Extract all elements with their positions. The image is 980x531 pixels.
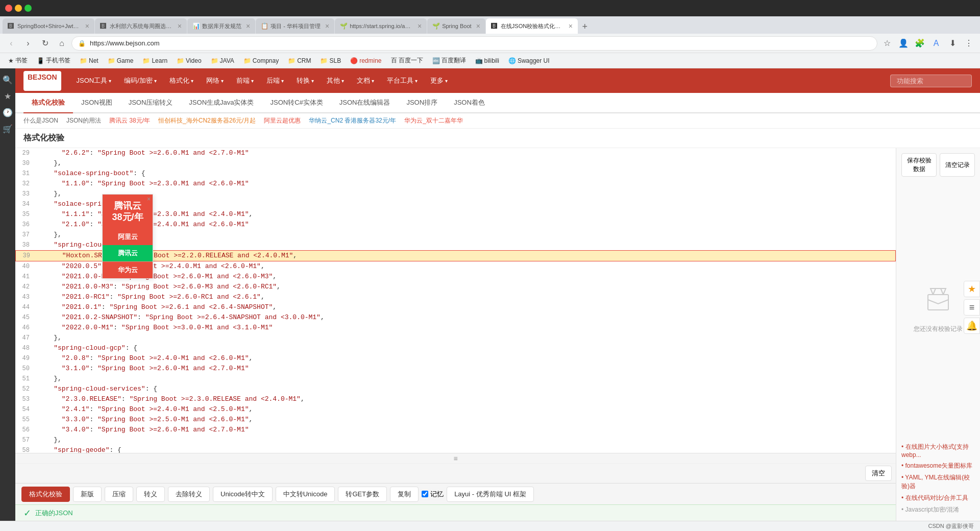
bookmark-company[interactable]: 📁 Compnay xyxy=(239,56,283,65)
nav-backend[interactable]: 后端 ▾ xyxy=(261,74,289,87)
huawei-ad-btn[interactable]: 华为云 xyxy=(103,261,153,278)
bookmark-swagger[interactable]: 🌐 Swagger UI xyxy=(504,56,554,65)
home-btn[interactable]: ⌂ xyxy=(55,36,69,51)
new-tab-btn[interactable]: + xyxy=(578,19,592,34)
tab-2[interactable]: 🅱 水利部六系统每周圈选问题 × xyxy=(95,18,187,34)
profile-btn[interactable]: 👤 xyxy=(896,36,911,51)
drag-handle[interactable]: ≡ xyxy=(15,453,896,463)
extensions-btn[interactable]: 🧩 xyxy=(913,36,927,51)
nav-format[interactable]: 格式化 ▾ xyxy=(164,74,199,87)
tab-close-3[interactable]: × xyxy=(246,22,250,30)
sub-nav-format[interactable]: 格式化校验 xyxy=(23,93,73,113)
memory-checkbox[interactable] xyxy=(422,491,428,497)
toolbar-copy-btn[interactable]: 复制 xyxy=(390,487,419,502)
bookmark-video[interactable]: 📁 Video xyxy=(173,56,205,65)
tab-close-2[interactable]: × xyxy=(178,22,182,30)
sub-nav-java[interactable]: JSON生成Java实体类 xyxy=(181,93,262,113)
sub-nav-csharp[interactable]: JSON转C#实体类 xyxy=(262,93,331,113)
bookmark-bilibili[interactable]: 📺 bilibili xyxy=(471,56,503,65)
toolbar-get-btn[interactable]: 转GET参数 xyxy=(338,487,387,502)
toolbar-layui-btn[interactable]: Layui - 优秀前端 UI 框架 xyxy=(447,487,534,502)
tab-4[interactable]: 📋 项目 - 华科项目管理 × xyxy=(256,18,334,34)
sub-nav-sort[interactable]: JSON排序 xyxy=(398,93,446,113)
tab-close-1[interactable]: × xyxy=(85,22,89,30)
nav-network[interactable]: 网络 ▾ xyxy=(201,74,229,87)
ad-link-what[interactable]: 什么是JSON xyxy=(23,116,58,125)
aliyun-ad-btn[interactable]: 阿里云 xyxy=(103,229,153,245)
tab-3[interactable]: 📊 数据库开发规范 × xyxy=(187,18,255,34)
bookmark-star[interactable]: ★ 书签 xyxy=(4,55,32,66)
clear-editor-btn[interactable]: 清空 xyxy=(865,466,892,481)
sidebar-search-icon[interactable]: 🔍 xyxy=(2,74,14,86)
toolbar-new-btn[interactable]: 新版 xyxy=(73,487,102,502)
sub-nav-view[interactable]: JSON视图 xyxy=(73,93,120,113)
float-list-btn[interactable]: ≡ xyxy=(964,299,980,316)
bookmark-learn[interactable]: 📁 Learn xyxy=(138,56,172,65)
refresh-btn[interactable]: ↻ xyxy=(38,36,52,51)
float-star-btn[interactable]: ★ xyxy=(964,281,980,297)
minimize-window-btn[interactable] xyxy=(15,5,22,12)
bookmark-btn[interactable]: ☆ xyxy=(880,36,894,51)
forward-btn[interactable]: › xyxy=(21,36,35,51)
bookmark-fanyi[interactable]: 🔤 百度翻译 xyxy=(428,55,470,66)
toolbar-compress-btn[interactable]: 压缩 xyxy=(105,487,133,502)
sub-nav-compress[interactable]: JSON压缩转义 xyxy=(120,93,181,113)
tab-6[interactable]: 🌱 Spring Boot × xyxy=(427,18,485,34)
nav-more[interactable]: 更多 ▾ xyxy=(425,74,453,87)
panel-link-5[interactable]: • Javascript加密/混淆 xyxy=(901,504,975,516)
bookmark-phone[interactable]: 📱 手机书签 xyxy=(33,55,75,66)
tab-1[interactable]: 🅱 SpringBoot+Shiro+Jwt实现登认... × xyxy=(3,18,94,34)
tab-7[interactable]: 🅱 在线JSON校验格式化工具 (Be JSO... × xyxy=(486,18,578,34)
sidebar-cart-icon[interactable]: 🛒 xyxy=(2,123,14,135)
download-btn[interactable]: ⬇ xyxy=(945,36,960,51)
sidebar-bookmark-icon[interactable]: ★ xyxy=(2,90,14,102)
toolbar-cn-unicode-btn[interactable]: 中文转Unicode xyxy=(276,487,335,502)
ad-link-hengchuang[interactable]: 恒创科技_海外CN2服务器26元/月起 xyxy=(158,116,256,125)
float-bell-btn[interactable]: 🔔 xyxy=(964,318,980,334)
bookmark-crm[interactable]: 📁 CRM xyxy=(284,56,315,65)
panel-link-4[interactable]: • 在线代码对比/合并工具 xyxy=(901,492,975,504)
memory-checkbox-label[interactable]: 记忆 xyxy=(422,490,444,499)
bookmark-net[interactable]: 📁 Net xyxy=(76,56,103,65)
panel-link-1[interactable]: • 在线图片大小格式(支持webp... xyxy=(901,441,975,460)
tab-close-5[interactable]: × xyxy=(418,22,422,30)
settings-btn[interactable]: ⋮ xyxy=(962,36,976,51)
nav-platform[interactable]: 平台工具 ▾ xyxy=(382,74,423,87)
nav-frontend[interactable]: 前端 ▾ xyxy=(231,74,259,87)
tab-close-4[interactable]: × xyxy=(325,22,329,30)
sub-nav-editor[interactable]: JSON在线编辑器 xyxy=(331,93,399,113)
ad-link-huanawang[interactable]: 华纳云_CN2 香港服务器32元/年 xyxy=(309,116,396,125)
clear-records-btn[interactable]: 清空记录 xyxy=(940,153,975,177)
maximize-window-btn[interactable] xyxy=(24,5,32,12)
save-data-btn[interactable]: 保存校验数据 xyxy=(901,153,937,177)
bookmark-slb[interactable]: 📁 SLB xyxy=(316,56,345,65)
toolbar-unescape-btn[interactable]: 去除转义 xyxy=(168,487,210,502)
bookmark-baidu[interactable]: 百 百度一下 xyxy=(387,55,427,66)
bookmark-redmine[interactable]: 🔴 redmine xyxy=(346,56,385,65)
toolbar-format-btn[interactable]: 格式化校验 xyxy=(21,487,70,502)
ad-link-huawei[interactable]: 华为云_双十二嘉年华 xyxy=(404,116,463,125)
back-btn[interactable]: ‹ xyxy=(4,36,18,51)
close-window-btn[interactable] xyxy=(5,5,12,12)
bookmark-game[interactable]: 📁 Game xyxy=(104,56,138,65)
panel-link-3[interactable]: • YAML, YML在线编辑(校验)器 xyxy=(901,472,975,492)
nav-json-tools[interactable]: JSON工具 ▾ xyxy=(71,74,117,87)
tab-close-6[interactable]: × xyxy=(476,22,480,30)
nav-encode[interactable]: 编码/加密 ▾ xyxy=(119,74,162,87)
tab-5[interactable]: 🌱 https://start.spring.io/actuator... × xyxy=(335,18,427,34)
bookmark-java[interactable]: 📁 JAVA xyxy=(207,56,238,65)
nav-other[interactable]: 其他 ▾ xyxy=(322,74,349,87)
sub-nav-color[interactable]: JSON着色 xyxy=(446,93,493,113)
search-input[interactable] xyxy=(890,75,972,87)
ad-panel-close-btn[interactable]: × xyxy=(147,196,151,203)
site-logo[interactable]: BEJSON 格子2011 xyxy=(23,71,61,91)
sidebar-history-icon[interactable]: 🕐 xyxy=(2,106,14,118)
toolbar-unicode-cn-btn[interactable]: Unicode转中文 xyxy=(213,487,273,502)
toolbar-escape-btn[interactable]: 转义 xyxy=(136,487,165,502)
ad-link-aliyun[interactable]: 阿里云超优惠 xyxy=(264,116,301,125)
panel-link-2[interactable]: • fontawesome矢量图标库 xyxy=(901,460,975,472)
ad-link-usage[interactable]: JSON的用法 xyxy=(66,116,101,125)
tab-close-7[interactable]: × xyxy=(569,22,573,30)
address-bar[interactable]: 🔒 https://www.bejson.com xyxy=(71,36,877,51)
nav-convert[interactable]: 转换 ▾ xyxy=(291,74,319,87)
